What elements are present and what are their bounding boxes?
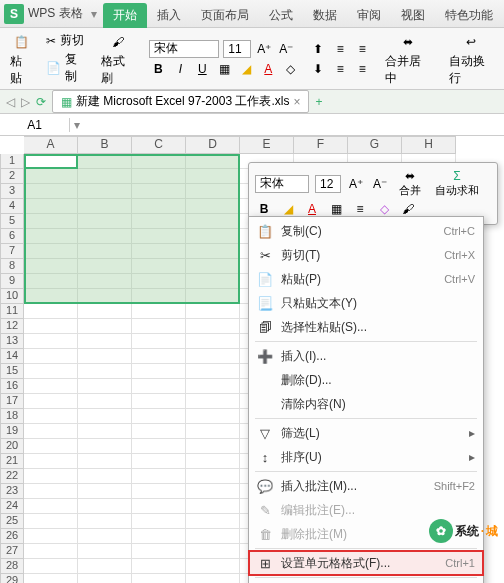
cell[interactable]	[78, 394, 132, 409]
row-header-4[interactable]: 4	[0, 199, 24, 214]
cell[interactable]	[186, 334, 240, 349]
row-header-29[interactable]: 29	[0, 574, 24, 583]
row-header-12[interactable]: 12	[0, 319, 24, 334]
row-header-20[interactable]: 20	[0, 439, 24, 454]
row-header-28[interactable]: 28	[0, 559, 24, 574]
name-box[interactable]: A1	[0, 118, 70, 132]
cell[interactable]	[24, 289, 78, 304]
refresh-icon[interactable]: ⟳	[36, 95, 46, 109]
cell[interactable]	[186, 439, 240, 454]
mini-font-name[interactable]	[255, 175, 309, 193]
cell[interactable]	[78, 469, 132, 484]
tab-视图[interactable]: 视图	[391, 3, 435, 28]
cell[interactable]	[24, 529, 78, 544]
col-header-C[interactable]: C	[132, 136, 186, 154]
cell[interactable]	[186, 154, 240, 169]
row-header-21[interactable]: 21	[0, 454, 24, 469]
row-header-27[interactable]: 27	[0, 544, 24, 559]
cell[interactable]	[132, 199, 186, 214]
row-header-22[interactable]: 22	[0, 469, 24, 484]
menu-item-复制C[interactable]: 📋复制(C)Ctrl+C	[249, 219, 483, 243]
cell[interactable]	[24, 559, 78, 574]
menu-item-排序U[interactable]: ↕排序(U)▸	[249, 445, 483, 469]
cell[interactable]	[186, 199, 240, 214]
cell[interactable]	[78, 499, 132, 514]
row-header-7[interactable]: 7	[0, 244, 24, 259]
cell[interactable]	[132, 274, 186, 289]
cell[interactable]	[24, 484, 78, 499]
cell[interactable]	[186, 259, 240, 274]
cell[interactable]	[132, 214, 186, 229]
row-header-1[interactable]: 1	[0, 154, 24, 169]
cell[interactable]	[24, 229, 78, 244]
font-color-icon[interactable]: A	[259, 60, 277, 78]
cell[interactable]	[132, 469, 186, 484]
cell[interactable]	[132, 379, 186, 394]
cell[interactable]	[24, 349, 78, 364]
cell[interactable]	[132, 364, 186, 379]
cell[interactable]	[132, 184, 186, 199]
menu-item-清除内容N[interactable]: 清除内容(N)	[249, 392, 483, 416]
paste-button[interactable]: 📋 粘贴	[6, 29, 36, 89]
tab-审阅[interactable]: 审阅	[347, 3, 391, 28]
tab-特色功能[interactable]: 特色功能	[435, 3, 503, 28]
cell[interactable]	[78, 319, 132, 334]
cell[interactable]	[24, 364, 78, 379]
merge-center-button[interactable]: ⬌ 合并居中	[381, 29, 434, 89]
cell[interactable]	[186, 319, 240, 334]
cell[interactable]	[24, 379, 78, 394]
cell[interactable]	[132, 529, 186, 544]
cell[interactable]	[132, 559, 186, 574]
menu-item-插入批注M[interactable]: 💬插入批注(M)...Shift+F2	[249, 474, 483, 498]
row-header-18[interactable]: 18	[0, 409, 24, 424]
tab-开始[interactable]: 开始	[103, 3, 147, 28]
document-tab[interactable]: ▦ 新建 Microsoft Excel 97-2003 工作表.xls ×	[52, 90, 309, 113]
row-header-10[interactable]: 10	[0, 289, 24, 304]
cell[interactable]	[78, 199, 132, 214]
row-header-19[interactable]: 19	[0, 424, 24, 439]
menu-item-插入I[interactable]: ➕插入(I)...	[249, 344, 483, 368]
cell[interactable]	[78, 334, 132, 349]
cell[interactable]	[78, 349, 132, 364]
cell[interactable]	[132, 259, 186, 274]
copy-button[interactable]: 复制	[65, 51, 87, 85]
cell[interactable]	[78, 274, 132, 289]
cell[interactable]	[78, 544, 132, 559]
cell[interactable]	[186, 289, 240, 304]
row-headers[interactable]: 1234567891011121314151617181920212223242…	[0, 154, 24, 583]
cell[interactable]	[78, 154, 132, 169]
cell[interactable]	[78, 514, 132, 529]
cell[interactable]	[186, 214, 240, 229]
cell[interactable]	[24, 169, 78, 184]
cell[interactable]	[186, 349, 240, 364]
border-icon[interactable]: ▦	[215, 60, 233, 78]
cell[interactable]	[132, 454, 186, 469]
cell[interactable]	[132, 514, 186, 529]
cell[interactable]	[78, 214, 132, 229]
row-header-9[interactable]: 9	[0, 274, 24, 289]
cell[interactable]	[132, 154, 186, 169]
cell[interactable]	[132, 289, 186, 304]
tab-数据[interactable]: 数据	[303, 3, 347, 28]
col-header-G[interactable]: G	[348, 136, 402, 154]
cell[interactable]	[186, 364, 240, 379]
menu-item-删除D[interactable]: 删除(D)...	[249, 368, 483, 392]
cell[interactable]	[24, 259, 78, 274]
cell[interactable]	[186, 559, 240, 574]
align-bottom-icon[interactable]: ⬇	[309, 60, 327, 78]
cell[interactable]	[24, 304, 78, 319]
cell[interactable]	[78, 439, 132, 454]
cell[interactable]	[186, 424, 240, 439]
cell[interactable]	[186, 454, 240, 469]
row-header-17[interactable]: 17	[0, 394, 24, 409]
cell[interactable]	[78, 559, 132, 574]
cell[interactable]	[186, 544, 240, 559]
italic-icon[interactable]: I	[171, 60, 189, 78]
cell[interactable]	[186, 394, 240, 409]
cell[interactable]	[78, 424, 132, 439]
row-header-23[interactable]: 23	[0, 484, 24, 499]
cell[interactable]	[24, 469, 78, 484]
cell[interactable]	[24, 244, 78, 259]
col-header-B[interactable]: B	[78, 136, 132, 154]
row-header-25[interactable]: 25	[0, 514, 24, 529]
